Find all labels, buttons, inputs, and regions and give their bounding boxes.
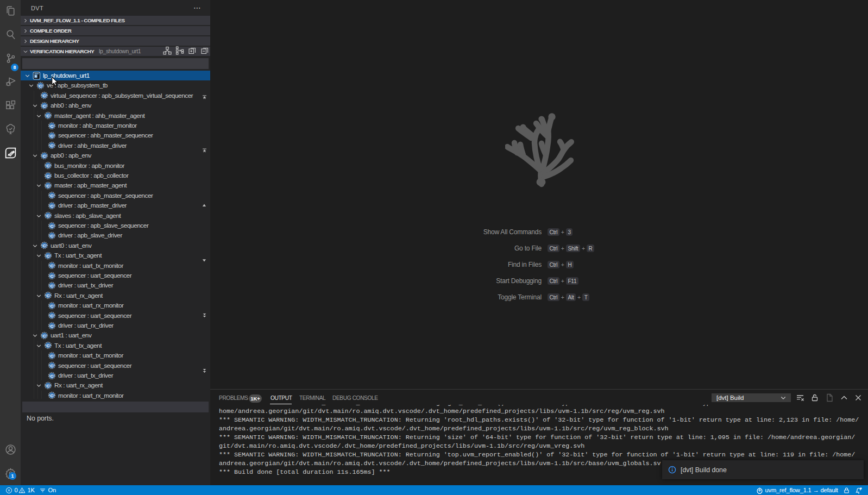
svg-text:C: C [51,223,54,228]
svg-text:C: C [51,323,54,328]
svg-text:C: C [51,193,54,198]
svg-text:C: C [51,273,54,278]
svg-text:C: C [51,264,54,268]
svg-text:C: C [51,314,54,318]
svg-text:C: C [51,303,54,308]
svg-text:C: C [51,353,54,358]
svg-text:C: C [39,84,42,89]
svg-text:C: C [51,134,54,139]
svg-text:C: C [51,203,54,208]
svg-text:C: C [51,364,54,368]
svg-text:C: C [51,234,54,239]
svg-text:C: C [43,93,46,98]
svg-text:C: C [47,173,50,178]
svg-text:C: C [47,184,50,189]
svg-text:C: C [51,393,54,398]
svg-text:C: C [47,293,50,298]
svg-text:C: C [47,214,50,218]
svg-text:C: C [51,284,54,289]
svg-text:C: C [47,343,50,348]
svg-text:C: C [43,153,46,158]
svg-text:C: C [51,143,54,148]
svg-text:C: C [47,114,50,118]
svg-text:C: C [43,103,46,108]
svg-text:C: C [47,164,50,168]
svg-text:C: C [47,253,50,258]
svg-text:C: C [51,123,54,128]
svg-text:C: C [43,243,46,248]
svg-text:C: C [43,334,46,339]
svg-text:C: C [51,373,54,378]
svg-text:C: C [47,384,50,389]
